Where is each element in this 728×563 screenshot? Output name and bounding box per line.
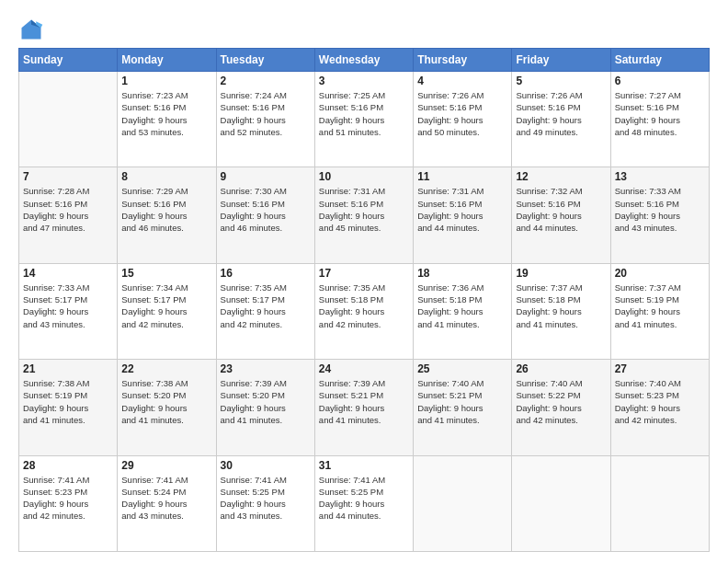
day-info: Sunrise: 7:39 AMSunset: 5:21 PMDaylight:… xyxy=(319,377,409,426)
weekday-header-thursday: Thursday xyxy=(414,49,512,72)
day-number: 31 xyxy=(319,459,409,472)
calendar-cell: 7Sunrise: 7:28 AMSunset: 5:16 PMDaylight… xyxy=(19,167,118,263)
day-number: 8 xyxy=(121,170,211,183)
day-number: 13 xyxy=(615,170,705,183)
day-number: 21 xyxy=(23,362,113,375)
calendar-cell: 18Sunrise: 7:36 AMSunset: 5:18 PMDayligh… xyxy=(414,263,512,359)
day-info: Sunrise: 7:35 AMSunset: 5:18 PMDaylight:… xyxy=(319,282,409,330)
calendar-cell: 20Sunrise: 7:37 AMSunset: 5:19 PMDayligh… xyxy=(610,263,709,359)
day-info: Sunrise: 7:34 AMSunset: 5:17 PMDaylight:… xyxy=(121,282,211,330)
calendar-cell: 21Sunrise: 7:38 AMSunset: 5:19 PMDayligh… xyxy=(19,360,118,455)
calendar-cell: 12Sunrise: 7:32 AMSunset: 5:16 PMDayligh… xyxy=(512,167,610,263)
calendar-cell: 5Sunrise: 7:26 AMSunset: 5:16 PMDaylight… xyxy=(512,72,610,167)
calendar-cell xyxy=(414,455,512,551)
day-info: Sunrise: 7:38 AMSunset: 5:19 PMDaylight:… xyxy=(23,377,113,426)
day-info: Sunrise: 7:41 AMSunset: 5:24 PMDaylight:… xyxy=(121,474,211,523)
header xyxy=(18,17,710,42)
day-info: Sunrise: 7:37 AMSunset: 5:19 PMDaylight:… xyxy=(615,282,705,330)
day-number: 1 xyxy=(121,75,211,87)
day-info: Sunrise: 7:40 AMSunset: 5:23 PMDaylight:… xyxy=(615,377,705,426)
day-info: Sunrise: 7:39 AMSunset: 5:20 PMDaylight:… xyxy=(221,377,311,426)
calendar-cell: 2Sunrise: 7:24 AMSunset: 5:16 PMDaylight… xyxy=(216,72,314,167)
calendar-cell: 28Sunrise: 7:41 AMSunset: 5:23 PMDayligh… xyxy=(19,455,118,551)
day-number: 26 xyxy=(516,362,606,375)
day-info: Sunrise: 7:26 AMSunset: 5:16 PMDaylight:… xyxy=(417,89,507,138)
calendar-cell: 13Sunrise: 7:33 AMSunset: 5:16 PMDayligh… xyxy=(610,167,709,263)
day-number: 4 xyxy=(417,75,507,87)
day-info: Sunrise: 7:31 AMSunset: 5:16 PMDaylight:… xyxy=(417,185,507,234)
calendar-cell: 29Sunrise: 7:41 AMSunset: 5:24 PMDayligh… xyxy=(118,455,216,551)
calendar-cell: 26Sunrise: 7:40 AMSunset: 5:22 PMDayligh… xyxy=(512,360,610,455)
day-info: Sunrise: 7:26 AMSunset: 5:16 PMDaylight:… xyxy=(516,89,606,138)
day-info: Sunrise: 7:32 AMSunset: 5:16 PMDaylight:… xyxy=(516,185,606,234)
day-number: 19 xyxy=(516,267,606,280)
weekday-header-sunday: Sunday xyxy=(19,49,118,72)
day-number: 15 xyxy=(121,267,211,280)
weekday-header-friday: Friday xyxy=(512,49,610,72)
calendar-cell xyxy=(610,455,709,551)
day-number: 6 xyxy=(615,75,705,87)
day-number: 27 xyxy=(615,362,705,375)
day-number: 17 xyxy=(319,267,409,280)
day-info: Sunrise: 7:30 AMSunset: 5:16 PMDaylight:… xyxy=(221,185,311,234)
calendar-cell: 10Sunrise: 7:31 AMSunset: 5:16 PMDayligh… xyxy=(314,167,413,263)
calendar-cell: 24Sunrise: 7:39 AMSunset: 5:21 PMDayligh… xyxy=(314,360,413,455)
calendar-cell: 8Sunrise: 7:29 AMSunset: 5:16 PMDaylight… xyxy=(118,167,216,263)
calendar-cell xyxy=(19,72,118,167)
calendar-cell: 27Sunrise: 7:40 AMSunset: 5:23 PMDayligh… xyxy=(610,360,709,455)
calendar-cell: 4Sunrise: 7:26 AMSunset: 5:16 PMDaylight… xyxy=(414,72,512,167)
day-info: Sunrise: 7:40 AMSunset: 5:22 PMDaylight:… xyxy=(516,377,606,426)
weekday-header-tuesday: Tuesday xyxy=(216,49,314,72)
day-number: 3 xyxy=(319,75,409,87)
day-number: 5 xyxy=(516,75,606,87)
day-info: Sunrise: 7:27 AMSunset: 5:16 PMDaylight:… xyxy=(615,89,705,138)
day-number: 12 xyxy=(516,170,606,183)
page: SundayMondayTuesdayWednesdayThursdayFrid… xyxy=(0,0,728,563)
calendar-cell: 22Sunrise: 7:38 AMSunset: 5:20 PMDayligh… xyxy=(118,360,216,455)
logo xyxy=(18,17,48,42)
calendar-cell: 9Sunrise: 7:30 AMSunset: 5:16 PMDaylight… xyxy=(216,167,314,263)
calendar-cell: 15Sunrise: 7:34 AMSunset: 5:17 PMDayligh… xyxy=(118,263,216,359)
day-number: 2 xyxy=(221,75,311,87)
calendar: SundayMondayTuesdayWednesdayThursdayFrid… xyxy=(18,48,710,552)
day-info: Sunrise: 7:36 AMSunset: 5:18 PMDaylight:… xyxy=(417,282,507,330)
day-info: Sunrise: 7:28 AMSunset: 5:16 PMDaylight:… xyxy=(23,185,113,234)
day-info: Sunrise: 7:29 AMSunset: 5:16 PMDaylight:… xyxy=(121,185,211,234)
day-info: Sunrise: 7:33 AMSunset: 5:16 PMDaylight:… xyxy=(615,185,705,234)
day-info: Sunrise: 7:23 AMSunset: 5:16 PMDaylight:… xyxy=(121,89,211,138)
calendar-cell: 16Sunrise: 7:35 AMSunset: 5:17 PMDayligh… xyxy=(216,263,314,359)
calendar-cell: 25Sunrise: 7:40 AMSunset: 5:21 PMDayligh… xyxy=(414,360,512,455)
day-info: Sunrise: 7:38 AMSunset: 5:20 PMDaylight:… xyxy=(121,377,211,426)
day-number: 10 xyxy=(319,170,409,183)
day-number: 25 xyxy=(417,362,507,375)
calendar-cell: 19Sunrise: 7:37 AMSunset: 5:18 PMDayligh… xyxy=(512,263,610,359)
calendar-cell: 11Sunrise: 7:31 AMSunset: 5:16 PMDayligh… xyxy=(414,167,512,263)
day-info: Sunrise: 7:35 AMSunset: 5:17 PMDaylight:… xyxy=(221,282,311,330)
day-number: 24 xyxy=(319,362,409,375)
calendar-cell: 14Sunrise: 7:33 AMSunset: 5:17 PMDayligh… xyxy=(19,263,118,359)
day-info: Sunrise: 7:41 AMSunset: 5:23 PMDaylight:… xyxy=(23,474,113,523)
day-info: Sunrise: 7:33 AMSunset: 5:17 PMDaylight:… xyxy=(23,282,113,330)
day-number: 18 xyxy=(417,267,507,280)
day-number: 9 xyxy=(221,170,311,183)
day-info: Sunrise: 7:24 AMSunset: 5:16 PMDaylight:… xyxy=(221,89,311,138)
logo-icon xyxy=(18,17,44,42)
weekday-header-wednesday: Wednesday xyxy=(314,49,413,72)
calendar-cell: 23Sunrise: 7:39 AMSunset: 5:20 PMDayligh… xyxy=(216,360,314,455)
calendar-cell: 3Sunrise: 7:25 AMSunset: 5:16 PMDaylight… xyxy=(314,72,413,167)
day-info: Sunrise: 7:40 AMSunset: 5:21 PMDaylight:… xyxy=(417,377,507,426)
day-number: 11 xyxy=(417,170,507,183)
day-number: 22 xyxy=(121,362,211,375)
calendar-cell: 31Sunrise: 7:41 AMSunset: 5:25 PMDayligh… xyxy=(314,455,413,551)
day-info: Sunrise: 7:41 AMSunset: 5:25 PMDaylight:… xyxy=(319,474,409,523)
day-number: 7 xyxy=(23,170,113,183)
day-number: 30 xyxy=(221,459,311,472)
day-number: 20 xyxy=(615,267,705,280)
weekday-header-saturday: Saturday xyxy=(610,49,709,72)
day-info: Sunrise: 7:31 AMSunset: 5:16 PMDaylight:… xyxy=(319,185,409,234)
day-number: 16 xyxy=(221,267,311,280)
day-number: 23 xyxy=(221,362,311,375)
calendar-cell: 30Sunrise: 7:41 AMSunset: 5:25 PMDayligh… xyxy=(216,455,314,551)
day-number: 14 xyxy=(23,267,113,280)
calendar-cell: 1Sunrise: 7:23 AMSunset: 5:16 PMDaylight… xyxy=(118,72,216,167)
